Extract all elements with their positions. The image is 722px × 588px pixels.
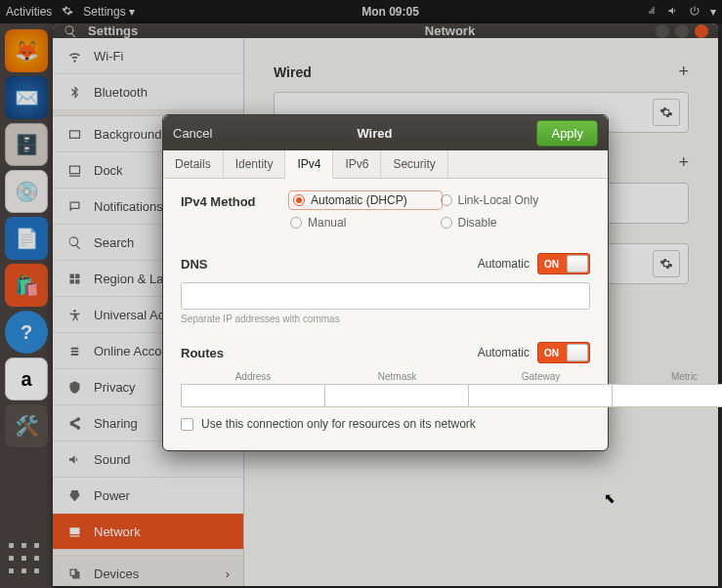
route-metric-input[interactable] [613, 384, 722, 407]
connection-editor-dialog: Cancel Wired Apply Details Identity IPv4… [162, 114, 609, 451]
route-header-metric: Metric [613, 371, 722, 384]
dns-automatic-switch[interactable]: ON [537, 253, 590, 274]
route-netmask-input[interactable] [325, 384, 469, 407]
tab-ipv6[interactable]: IPv6 [333, 150, 381, 178]
dialog-titlebar: Cancel Wired Apply [163, 115, 608, 150]
routes-automatic-switch[interactable]: ON [537, 342, 590, 363]
route-address-input[interactable] [181, 384, 325, 407]
dns-hint: Separate IP addresses with commas [181, 314, 590, 324]
route-header-netmask: Netmask [325, 371, 469, 384]
cancel-button[interactable]: Cancel [173, 126, 212, 141]
tab-security[interactable]: Security [381, 150, 447, 178]
route-header-gateway: Gateway [469, 371, 613, 384]
apply-button[interactable]: Apply [536, 120, 598, 147]
dialog-title: Wired [212, 126, 536, 141]
resources-only-checkbox[interactable]: Use this connection only for resources o… [181, 417, 590, 431]
dns-label: DNS [181, 257, 207, 272]
tab-ipv4[interactable]: IPv4 [285, 150, 333, 179]
dialog-tabs: Details Identity IPv4 IPv6 Security [163, 150, 608, 179]
tab-identity[interactable]: Identity [224, 150, 286, 178]
routes-label: Routes [181, 346, 224, 360]
radio-manual[interactable]: Manual [290, 216, 441, 230]
radio-dhcp[interactable]: Automatic (DHCP) [290, 192, 441, 208]
routes-automatic-label: Automatic [478, 346, 530, 359]
ipv4-method-label: IPv4 Method [181, 192, 290, 209]
route-header-address: Address [181, 371, 325, 384]
dns-automatic-label: Automatic [478, 257, 530, 271]
route-gateway-input[interactable] [469, 384, 613, 407]
radio-disable[interactable]: Disable [441, 216, 591, 230]
radio-linklocal[interactable]: Link-Local Only [441, 192, 591, 208]
dns-input[interactable] [181, 282, 590, 310]
tab-details[interactable]: Details [163, 150, 224, 178]
